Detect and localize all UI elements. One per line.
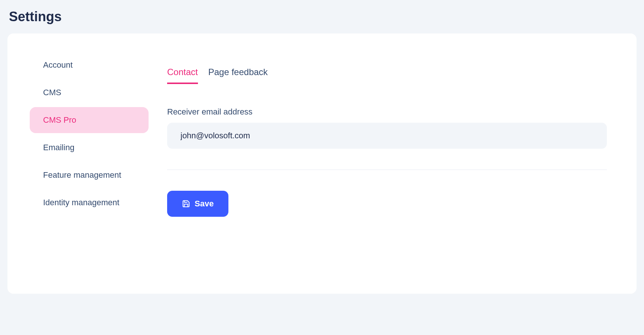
tab-label: Contact [167, 67, 198, 77]
main-content: Contact Page feedback Receiver email add… [167, 52, 607, 268]
tab-contact[interactable]: Contact [167, 67, 198, 83]
tab-page-feedback[interactable]: Page feedback [208, 67, 268, 83]
sidebar-item-emailing[interactable]: Emailing [30, 135, 149, 161]
sidebar-item-label: CMS [43, 88, 61, 97]
settings-panel: Account CMS CMS Pro Emailing Feature man… [7, 33, 637, 294]
sidebar-item-account[interactable]: Account [30, 52, 149, 78]
sidebar-item-cms[interactable]: CMS [30, 80, 149, 106]
receiver-email-label: Receiver email address [167, 107, 607, 117]
tabs: Contact Page feedback [167, 67, 607, 83]
save-button[interactable]: Save [167, 191, 228, 217]
divider [167, 170, 607, 170]
tab-label: Page feedback [208, 67, 268, 77]
sidebar-item-label: CMS Pro [43, 115, 76, 125]
sidebar-item-feature-management[interactable]: Feature management [30, 162, 149, 188]
sidebar-item-label: Emailing [43, 143, 74, 152]
save-icon [182, 200, 190, 208]
sidebar-item-identity-management[interactable]: Identity management [30, 190, 149, 216]
sidebar: Account CMS CMS Pro Emailing Feature man… [30, 52, 149, 268]
sidebar-item-label: Feature management [43, 170, 121, 180]
sidebar-item-label: Identity management [43, 198, 119, 207]
receiver-email-input[interactable] [167, 123, 607, 149]
save-button-label: Save [195, 199, 214, 209]
sidebar-item-label: Account [43, 60, 73, 70]
page-title: Settings [0, 0, 644, 33]
sidebar-item-cms-pro[interactable]: CMS Pro [30, 107, 149, 133]
